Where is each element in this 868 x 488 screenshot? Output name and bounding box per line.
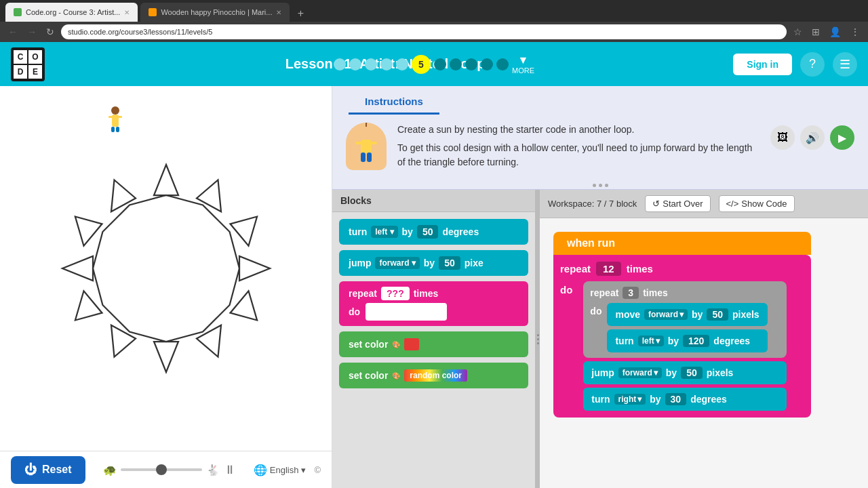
tab1-close[interactable]: ✕ <box>124 9 130 16</box>
show-code-button[interactable]: </> Show Code <box>719 195 795 212</box>
move-value[interactable]: 50 <box>707 308 728 321</box>
progress-dot-9[interactable] <box>465 58 477 70</box>
color-swatch[interactable] <box>404 338 419 350</box>
play-button[interactable]: ▶ <box>830 125 854 150</box>
ws-block-jump[interactable]: jump forward ▾ by 50 pixels <box>583 361 787 384</box>
browser-chrome: Code.org - Course 3: Artist... ✕ Wooden … <box>0 0 868 42</box>
progress-dot-11[interactable] <box>496 58 509 70</box>
progress-dot-2[interactable] <box>349 58 361 70</box>
block-set-color[interactable]: set color 🎨 <box>339 331 528 357</box>
svg-rect-5 <box>116 127 119 132</box>
show-code-label: Show Code <box>741 199 787 209</box>
turn-right-dir: right <box>618 394 637 404</box>
outer-repeat-block[interactable]: repeat 12 times do repea <box>553 255 811 418</box>
back-button[interactable]: ← <box>5 25 20 39</box>
progress-dot-8[interactable] <box>450 58 462 70</box>
canvas-panel: ⏻ Reset 🐢 🐇 ⏸ 🌐 English ▾ © <box>0 86 332 488</box>
block-by: by <box>402 226 413 237</box>
progress-dot-3[interactable] <box>365 58 377 70</box>
progress-dot-1[interactable] <box>334 58 346 70</box>
block-set-random-color[interactable]: set color 🎨 random color <box>339 363 528 388</box>
menu-button[interactable]: ⋮ <box>848 25 863 39</box>
menu-hamburger-button[interactable]: ☰ <box>833 52 857 77</box>
turn-right-value[interactable]: 30 <box>665 393 687 405</box>
logo[interactable]: C O D E <box>11 47 45 81</box>
copyright-button[interactable]: © <box>314 465 321 475</box>
repeat-input[interactable]: ??? <box>381 287 410 300</box>
block-jump-unit: pixe <box>465 258 484 268</box>
speed-control: 🐢 🐇 ⏸ <box>94 463 245 477</box>
slow-speed-icon: 🐢 <box>103 464 117 476</box>
block-jump-by: by <box>424 258 435 268</box>
blocks-list: turn left ▾ by 50 degrees jump forward ▾… <box>332 212 535 395</box>
jump-value[interactable]: 50 <box>681 367 703 379</box>
sign-in-button[interactable]: Sign in <box>733 54 792 75</box>
instructions-tab[interactable]: Instructions <box>349 90 439 115</box>
canvas-footer: ⏻ Reset 🐢 🐇 ⏸ 🌐 English ▾ © <box>0 451 332 488</box>
progress-dot-10[interactable] <box>481 58 493 70</box>
progress-dot-7[interactable] <box>434 58 446 70</box>
tab-1[interactable]: Code.org - Course 3: Artist... ✕ <box>5 3 138 22</box>
pause-button[interactable]: ⏸ <box>224 463 236 477</box>
character-figure <box>105 106 125 134</box>
code-panel: Workspace: 7 / 7 block ↺ Start Over </> … <box>540 190 868 488</box>
instructions-body: Create a sun by nesting the starter code… <box>332 115 868 182</box>
logo-d: D <box>14 65 27 79</box>
workspace-area: Blocks turn left ▾ by 50 degrees jump fo… <box>332 190 868 488</box>
ws-block-turn[interactable]: turn left ▾ by 120 <box>607 329 767 352</box>
turn-dropdown-arrow: ▾ <box>656 336 660 346</box>
character-avatar <box>346 123 387 170</box>
new-tab-button[interactable]: + <box>292 5 309 22</box>
block-jump-label: jump <box>349 258 371 268</box>
turn-value[interactable]: 120 <box>683 335 709 347</box>
move-dir-dropdown[interactable]: forward ▾ <box>644 309 688 320</box>
turn-right-dir-dropdown[interactable]: right ▾ <box>614 394 646 405</box>
outer-repeat-num[interactable]: 12 <box>596 262 621 276</box>
svg-point-0 <box>111 106 119 115</box>
app-header: C O D E Lesson 11: Artist: Nested Loops … <box>0 42 868 86</box>
jump-dir-dropdown[interactable]: forward ▾ <box>618 367 662 378</box>
tab-2[interactable]: Wooden happy Pinocchio | Mari... ✕ <box>140 3 290 22</box>
reload-button[interactable]: ↻ <box>43 25 57 39</box>
direction-dropdown[interactable]: left ▾ <box>371 226 397 238</box>
help-button[interactable]: ? <box>800 52 825 77</box>
move-unit: pixels <box>732 309 760 320</box>
inner-do-row: do move forward ▾ <box>590 303 780 352</box>
reset-button[interactable]: ⏻ Reset <box>11 456 85 484</box>
audio-button[interactable]: 🔊 <box>800 125 825 150</box>
turn-right-unit: degrees <box>690 394 727 405</box>
block-jump-forward[interactable]: jump forward ▾ by 50 pixe <box>339 250 528 276</box>
tab2-close[interactable]: ✕ <box>276 9 281 16</box>
more-button[interactable]: ▼ MORE <box>512 54 534 75</box>
turn-dir-dropdown[interactable]: left ▾ <box>638 336 664 346</box>
speed-thumb <box>156 464 167 475</box>
profile-button[interactable]: 👤 <box>827 25 844 39</box>
block-turn-left[interactable]: turn left ▾ by 50 degrees <box>339 219 528 245</box>
address-bar[interactable]: studio.code.org/course3/lessons/11/level… <box>61 24 787 39</box>
start-over-button[interactable]: ↺ Start Over <box>645 195 710 212</box>
bookmark-button[interactable]: ☆ <box>791 25 805 39</box>
instructions-section: Instructions Create a s <box>332 86 868 190</box>
speed-slider[interactable] <box>121 468 202 471</box>
inner-repeat-num[interactable]: 3 <box>623 287 639 299</box>
logo-e: E <box>28 65 42 79</box>
inner-block-wrap: repeat 3 times do <box>583 281 787 411</box>
blocks-label: Blocks <box>340 195 372 206</box>
svg-marker-6 <box>93 195 239 342</box>
ws-block-turn-right[interactable]: turn right ▾ by 30 degrees <box>583 388 787 411</box>
language-selector[interactable]: 🌐 English ▾ <box>254 464 307 476</box>
progress-dot-4[interactable] <box>380 58 393 70</box>
jump-direction-dropdown[interactable]: forward ▾ <box>375 257 419 269</box>
translate-button[interactable]: 🖼 <box>770 125 795 150</box>
forward-button[interactable]: → <box>24 25 39 39</box>
sun-drawing <box>44 146 288 390</box>
progress-dot-current[interactable]: 5 <box>412 55 431 74</box>
extensions-button[interactable]: ⊞ <box>809 25 823 39</box>
inner-repeat-block[interactable]: repeat 3 times do <box>583 281 787 358</box>
block-repeat[interactable]: repeat ??? times do <box>339 281 528 326</box>
logo-o: O <box>28 50 42 64</box>
progress-dot-5[interactable] <box>396 58 408 70</box>
ws-block-move[interactable]: move forward ▾ by 50 <box>607 303 767 326</box>
repeat-label: repeat <box>349 288 377 299</box>
more-label: MORE <box>512 66 534 75</box>
